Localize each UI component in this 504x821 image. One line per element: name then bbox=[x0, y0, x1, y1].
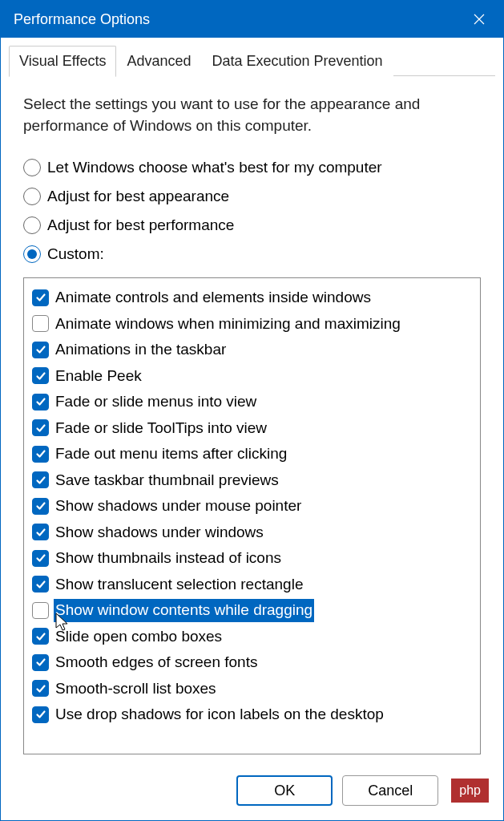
titlebar: Performance Options bbox=[1, 1, 503, 38]
checkbox-label: Show shadows under windows bbox=[54, 521, 265, 544]
checkbox-label: Fade or slide ToolTips into view bbox=[54, 417, 268, 440]
tab-data-execution-prevention[interactable]: Data Execution Prevention bbox=[201, 46, 393, 76]
checkbox-item[interactable]: Animate windows when minimizing and maxi… bbox=[32, 311, 472, 338]
checkbox-label: Save taskbar thumbnail previews bbox=[54, 469, 280, 492]
checkbox-label: Smooth-scroll list boxes bbox=[54, 677, 218, 701]
checkbox-icon bbox=[32, 524, 49, 540]
checkbox-item[interactable]: Show shadows under mouse pointer bbox=[32, 493, 472, 520]
checkbox-label: Enable Peek bbox=[54, 365, 143, 388]
radio-group: Let Windows choose what's best for my co… bbox=[23, 159, 481, 263]
checkbox-icon bbox=[32, 680, 49, 697]
tab-strip: Visual EffectsAdvancedData Execution Pre… bbox=[1, 38, 503, 76]
checkbox-label: Show shadows under mouse pointer bbox=[54, 495, 303, 518]
radio-option[interactable]: Adjust for best appearance bbox=[23, 188, 481, 205]
checkbox-item[interactable]: Show translucent selection rectangle bbox=[32, 572, 472, 598]
watermark-badge: php bbox=[451, 779, 489, 803]
checkbox-item[interactable]: Show shadows under windows bbox=[32, 520, 472, 546]
checkbox-icon bbox=[32, 342, 49, 358]
checkbox-icon bbox=[32, 576, 49, 592]
tab-content: Select the settings you want to use for … bbox=[1, 76, 503, 762]
radio-option[interactable]: Let Windows choose what's best for my co… bbox=[23, 159, 481, 176]
cancel-button[interactable]: Cancel bbox=[342, 775, 438, 806]
checkbox-label: Use drop shadows for icon labels on the … bbox=[54, 703, 385, 726]
checkbox-label: Show translucent selection rectangle bbox=[54, 573, 304, 597]
checkbox-icon bbox=[32, 471, 49, 488]
checkbox-label: Show window contents while dragging bbox=[54, 599, 314, 622]
checkbox-item[interactable]: Show window contents while dragging bbox=[32, 597, 472, 624]
tab-visual-effects[interactable]: Visual Effects bbox=[9, 46, 116, 77]
checkbox-item[interactable]: Smooth edges of screen fonts bbox=[32, 649, 472, 676]
checkbox-label: Smooth edges of screen fonts bbox=[54, 651, 259, 674]
ok-button[interactable]: OK bbox=[236, 775, 333, 806]
checkbox-icon bbox=[32, 419, 49, 436]
checkbox-item[interactable]: Save taskbar thumbnail previews bbox=[32, 467, 472, 494]
checkbox-item[interactable]: Use drop shadows for icon labels on the … bbox=[32, 702, 472, 728]
checkbox-icon bbox=[32, 550, 49, 567]
checkbox-item[interactable]: Show thumbnails instead of icons bbox=[32, 545, 472, 572]
checkbox-label: Animations in the taskbar bbox=[54, 338, 228, 362]
close-button[interactable] bbox=[455, 1, 503, 38]
radio-label: Adjust for best performance bbox=[47, 216, 234, 234]
checkbox-icon bbox=[32, 706, 49, 723]
checkbox-icon bbox=[32, 367, 49, 384]
radio-icon bbox=[23, 188, 41, 205]
radio-label: Custom: bbox=[47, 245, 104, 263]
checkbox-icon bbox=[32, 498, 49, 515]
checkbox-icon bbox=[32, 628, 49, 645]
checkbox-item[interactable]: Animations in the taskbar bbox=[32, 337, 472, 363]
checkbox-icon bbox=[32, 315, 49, 332]
checkbox-item[interactable]: Fade or slide ToolTips into view bbox=[32, 415, 472, 442]
radio-label: Adjust for best appearance bbox=[47, 188, 229, 205]
checkbox-label: Fade or slide menus into view bbox=[54, 390, 258, 414]
radio-label: Let Windows choose what's best for my co… bbox=[47, 159, 382, 176]
radio-option[interactable]: Adjust for best performance bbox=[23, 216, 481, 234]
window-title: Performance Options bbox=[14, 11, 150, 28]
radio-icon bbox=[23, 245, 41, 263]
performance-options-window: Performance Options Visual EffectsAdvanc… bbox=[0, 0, 504, 821]
checkbox-label: Slide open combo boxes bbox=[54, 625, 224, 649]
checkbox-icon bbox=[32, 394, 49, 410]
checkbox-item[interactable]: Enable Peek bbox=[32, 363, 472, 390]
checkbox-item[interactable]: Animate controls and elements inside win… bbox=[32, 285, 472, 311]
tab-advanced[interactable]: Advanced bbox=[116, 46, 201, 76]
checkbox-label: Animate controls and elements inside win… bbox=[54, 286, 373, 309]
checkbox-item[interactable]: Slide open combo boxes bbox=[32, 624, 472, 650]
checkbox-icon bbox=[32, 446, 49, 463]
description-text: Select the settings you want to use for … bbox=[23, 94, 481, 136]
close-icon bbox=[473, 13, 486, 26]
checkbox-item[interactable]: Fade or slide menus into view bbox=[32, 389, 472, 415]
checkbox-item[interactable]: Smooth-scroll list boxes bbox=[32, 676, 472, 702]
radio-icon bbox=[23, 216, 41, 234]
checkbox-icon bbox=[32, 289, 49, 306]
checkbox-icon bbox=[32, 654, 49, 671]
radio-icon bbox=[23, 159, 41, 176]
checkbox-icon bbox=[32, 602, 49, 619]
checkbox-label: Show thumbnails instead of icons bbox=[54, 547, 283, 570]
radio-option[interactable]: Custom: bbox=[23, 245, 481, 263]
checkbox-item[interactable]: Fade out menu items after clicking bbox=[32, 441, 472, 467]
dialog-buttons: OK Cancel php bbox=[1, 762, 503, 820]
checkbox-label: Animate windows when minimizing and maxi… bbox=[54, 313, 402, 336]
checkbox-label: Fade out menu items after clicking bbox=[54, 443, 288, 466]
visual-effects-list[interactable]: Animate controls and elements inside win… bbox=[23, 277, 481, 754]
